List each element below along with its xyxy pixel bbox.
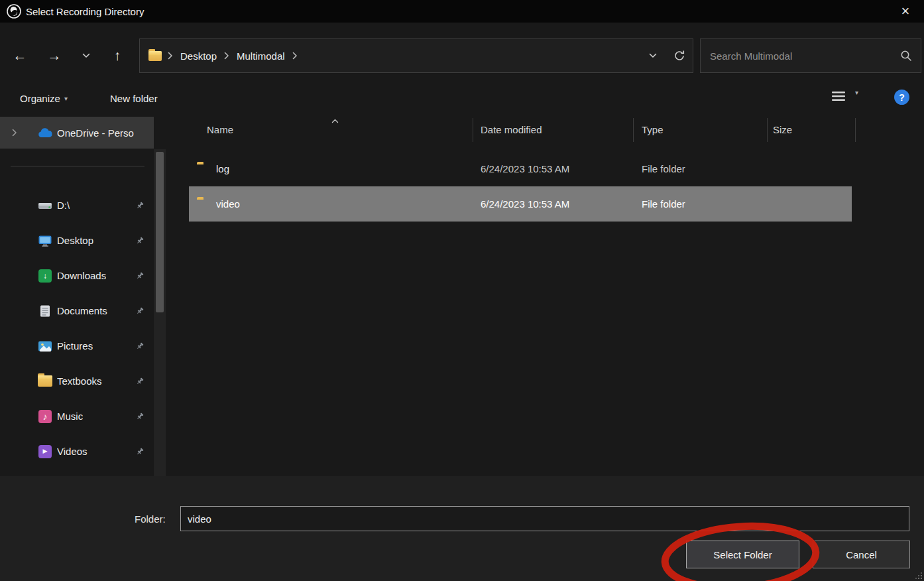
column-header-size[interactable]: Size bbox=[773, 114, 792, 146]
sidebar-item-documents[interactable]: Documents bbox=[0, 293, 154, 328]
help-button[interactable]: ? bbox=[894, 90, 909, 105]
chevron-down-icon: ▾ bbox=[64, 95, 68, 102]
column-divider[interactable] bbox=[633, 118, 634, 142]
file-name: log bbox=[216, 151, 229, 186]
title-bar: Select Recording Directory × bbox=[0, 0, 924, 23]
file-row-video[interactable]: video 6/24/2023 10:53 AM File folder bbox=[189, 186, 852, 222]
expand-chevron-icon[interactable] bbox=[12, 129, 17, 137]
chevron-down-icon bbox=[82, 53, 90, 58]
chevron-right-icon bbox=[224, 52, 229, 60]
sidebar-divider bbox=[11, 166, 144, 166]
sidebar-item-label: Pictures bbox=[57, 340, 93, 352]
sidebar-item-label: Textbooks bbox=[57, 375, 102, 387]
file-name: video bbox=[216, 186, 240, 222]
sidebar-scrollbar[interactable] bbox=[154, 149, 166, 476]
view-details-button[interactable] bbox=[831, 90, 846, 104]
sidebar-item-label: OneDrive - Perso bbox=[57, 127, 134, 139]
pin-icon bbox=[135, 342, 144, 351]
drive-icon bbox=[37, 200, 53, 211]
pin-icon bbox=[135, 412, 144, 421]
file-type: File folder bbox=[642, 186, 685, 222]
pin-icon bbox=[135, 236, 144, 245]
navigation-pane: OneDrive - Perso D:\ Desktop ↓ bbox=[0, 114, 172, 476]
chevron-down-icon bbox=[649, 53, 657, 58]
sidebar-item-onedrive[interactable]: OneDrive - Perso bbox=[0, 117, 154, 149]
sidebar-item-pictures[interactable]: Pictures bbox=[0, 328, 154, 363]
select-folder-button[interactable]: Select Folder bbox=[686, 541, 799, 568]
folder-icon bbox=[148, 51, 162, 61]
organize-button[interactable]: Organize▾ bbox=[20, 86, 68, 111]
breadcrumb-segment-multimodal[interactable]: Multimodal bbox=[235, 48, 286, 64]
close-button[interactable]: × bbox=[894, 0, 917, 23]
chevron-right-icon bbox=[292, 52, 298, 60]
music-icon: ♪ bbox=[37, 410, 53, 423]
address-dropdown-button[interactable] bbox=[640, 39, 666, 72]
pin-icon bbox=[135, 377, 144, 386]
sidebar-item-label: Documents bbox=[57, 305, 107, 316]
back-button[interactable]: ← bbox=[5, 41, 34, 70]
file-list: Name Date modified Type Size log 6/24/20… bbox=[172, 114, 924, 476]
search-box bbox=[700, 38, 921, 73]
folder-field-label: Folder: bbox=[135, 507, 166, 532]
column-divider[interactable] bbox=[767, 118, 768, 142]
cancel-button[interactable]: Cancel bbox=[813, 541, 910, 568]
details-view-icon bbox=[831, 90, 846, 102]
pin-icon bbox=[135, 306, 144, 316]
sidebar-item-downloads[interactable]: ↓ Downloads bbox=[0, 258, 154, 293]
breadcrumb-segment-desktop[interactable]: Desktop bbox=[179, 48, 218, 64]
column-divider[interactable] bbox=[473, 118, 473, 142]
sidebar-item-videos[interactable]: ▶ Videos bbox=[0, 434, 154, 469]
downloads-icon: ↓ bbox=[37, 269, 53, 283]
file-date-modified: 6/24/2023 10:53 AM bbox=[481, 186, 569, 222]
sidebar-item-label: Downloads bbox=[57, 270, 106, 281]
column-header-name[interactable]: Name bbox=[207, 114, 233, 146]
view-options-caret[interactable]: ▾ bbox=[855, 89, 858, 96]
sidebar-item-d-drive[interactable]: D:\ bbox=[0, 188, 154, 223]
sidebar-item-label: Videos bbox=[57, 446, 87, 457]
sidebar-item-label: Desktop bbox=[57, 235, 93, 246]
sidebar-item-textbooks[interactable]: Textbooks bbox=[0, 363, 154, 399]
folder-name-input[interactable] bbox=[180, 506, 909, 531]
window-title: Select Recording Directory bbox=[26, 6, 144, 17]
file-type: File folder bbox=[642, 151, 685, 186]
documents-icon bbox=[37, 304, 53, 318]
file-row-log[interactable]: log 6/24/2023 10:53 AM File folder bbox=[189, 151, 852, 186]
pin-icon bbox=[135, 271, 144, 281]
forward-button[interactable]: → bbox=[40, 41, 69, 70]
file-date-modified: 6/24/2023 10:53 AM bbox=[481, 151, 569, 186]
search-icon[interactable] bbox=[892, 50, 921, 62]
column-headers: Name Date modified Type Size bbox=[172, 114, 924, 146]
select-recording-directory-dialog: Select Recording Directory × ← → ↑ Deskt… bbox=[0, 0, 924, 581]
chevron-right-icon bbox=[168, 52, 173, 60]
sidebar-item-label: D:\ bbox=[57, 200, 70, 211]
refresh-button[interactable] bbox=[666, 39, 693, 72]
sidebar-item-desktop[interactable]: Desktop bbox=[0, 223, 154, 258]
pin-icon bbox=[135, 447, 144, 456]
desktop-icon bbox=[37, 235, 53, 247]
videos-icon: ▶ bbox=[37, 445, 53, 458]
folder-icon bbox=[37, 375, 53, 387]
sidebar-item-music[interactable]: ♪ Music bbox=[0, 399, 154, 434]
obs-logo-icon bbox=[6, 3, 22, 19]
sidebar-item-label: Music bbox=[57, 411, 83, 422]
column-header-date-modified[interactable]: Date modified bbox=[481, 114, 542, 146]
resize-grip[interactable] bbox=[915, 572, 923, 580]
address-bar[interactable]: Desktop Multimodal bbox=[139, 38, 693, 73]
up-button[interactable]: ↑ bbox=[103, 41, 132, 70]
refresh-icon bbox=[673, 50, 685, 62]
pin-icon bbox=[135, 201, 144, 210]
recent-locations-button[interactable] bbox=[72, 41, 101, 70]
organize-label: Organize bbox=[20, 93, 60, 104]
new-folder-button[interactable]: New folder bbox=[110, 86, 158, 111]
column-divider[interactable] bbox=[855, 118, 856, 142]
search-input[interactable] bbox=[701, 40, 892, 72]
pictures-icon bbox=[37, 340, 53, 352]
scrollbar-thumb[interactable] bbox=[156, 152, 164, 312]
column-header-type[interactable]: Type bbox=[642, 114, 664, 146]
onedrive-cloud-icon bbox=[37, 127, 53, 138]
